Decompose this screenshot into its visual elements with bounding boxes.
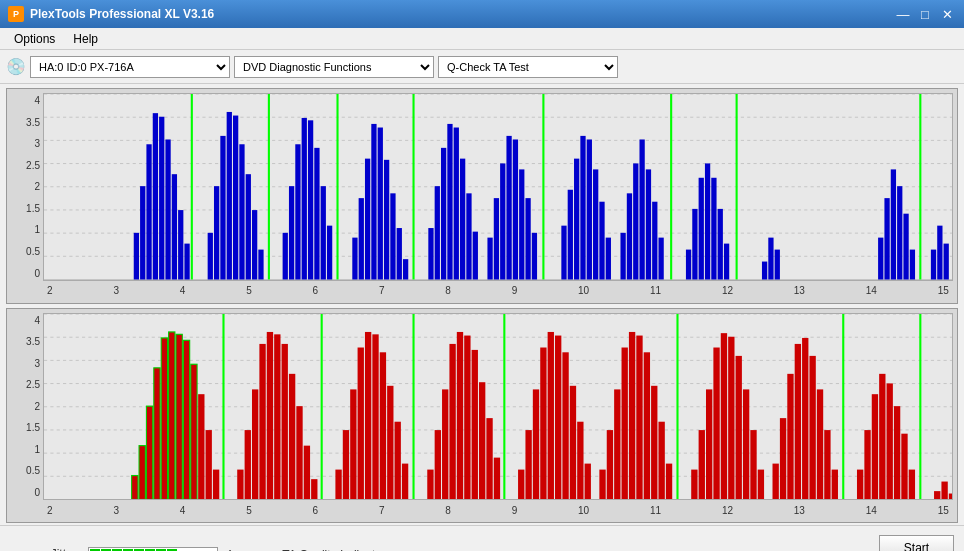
svg-rect-198 bbox=[773, 463, 779, 499]
svg-rect-79 bbox=[658, 238, 663, 280]
svg-rect-90 bbox=[768, 238, 773, 280]
svg-rect-158 bbox=[442, 389, 448, 499]
x-label: 14 bbox=[866, 505, 877, 516]
svg-rect-205 bbox=[824, 430, 830, 499]
minimize-button[interactable]: — bbox=[894, 5, 912, 23]
svg-rect-112 bbox=[139, 445, 145, 499]
x-label: 9 bbox=[512, 285, 518, 296]
svg-rect-85 bbox=[711, 178, 716, 280]
svg-rect-31 bbox=[295, 144, 300, 279]
start-section: Start i bbox=[879, 535, 954, 552]
svg-rect-147 bbox=[350, 389, 356, 499]
menu-bar: Options Help bbox=[0, 28, 964, 50]
svg-rect-78 bbox=[652, 202, 657, 280]
svg-rect-170 bbox=[540, 347, 546, 499]
menu-options[interactable]: Options bbox=[6, 30, 63, 48]
svg-rect-152 bbox=[387, 385, 393, 499]
svg-rect-199 bbox=[780, 418, 786, 499]
app-title: PlexTools Professional XL V3.16 bbox=[30, 7, 214, 21]
svg-rect-213 bbox=[894, 406, 900, 499]
svg-rect-140 bbox=[289, 373, 295, 499]
maximize-button[interactable]: □ bbox=[916, 5, 934, 23]
svg-rect-41 bbox=[371, 124, 376, 280]
menu-help[interactable]: Help bbox=[65, 30, 106, 48]
svg-rect-176 bbox=[585, 463, 591, 499]
svg-rect-30 bbox=[289, 186, 294, 279]
x-label: 4 bbox=[180, 505, 186, 516]
svg-rect-65 bbox=[561, 226, 566, 280]
svg-rect-50 bbox=[441, 148, 446, 280]
svg-rect-148 bbox=[358, 347, 364, 499]
svg-rect-145 bbox=[335, 469, 341, 499]
y-label-05: 0.5 bbox=[26, 246, 40, 257]
svg-rect-81 bbox=[686, 250, 691, 280]
svg-rect-40 bbox=[365, 159, 370, 280]
title-bar: P PlexTools Professional XL V3.16 — □ ✕ bbox=[0, 0, 964, 28]
svg-rect-154 bbox=[402, 463, 408, 499]
start-button[interactable]: Start bbox=[879, 535, 954, 552]
svg-rect-73 bbox=[620, 233, 625, 280]
x-label: 2 bbox=[47, 285, 53, 296]
svg-rect-38 bbox=[352, 238, 357, 280]
svg-rect-100 bbox=[937, 226, 942, 280]
svg-rect-34 bbox=[314, 148, 319, 280]
svg-rect-94 bbox=[891, 169, 896, 279]
svg-rect-45 bbox=[397, 228, 402, 279]
svg-rect-182 bbox=[636, 335, 642, 499]
x-label: 7 bbox=[379, 285, 385, 296]
svg-rect-57 bbox=[494, 198, 499, 279]
x-label: 11 bbox=[650, 505, 661, 516]
svg-rect-39 bbox=[359, 198, 364, 279]
svg-rect-178 bbox=[607, 430, 613, 499]
svg-rect-21 bbox=[220, 136, 225, 280]
svg-rect-189 bbox=[699, 430, 705, 499]
svg-rect-184 bbox=[651, 385, 657, 499]
svg-rect-169 bbox=[533, 389, 539, 499]
x-label: 8 bbox=[445, 285, 451, 296]
x-label: 10 bbox=[578, 505, 589, 516]
svg-rect-115 bbox=[161, 337, 167, 499]
svg-rect-179 bbox=[614, 389, 620, 499]
svg-rect-134 bbox=[245, 430, 251, 499]
svg-rect-201 bbox=[795, 343, 801, 499]
x-label: 4 bbox=[180, 285, 186, 296]
svg-rect-15 bbox=[172, 174, 177, 279]
svg-rect-130 bbox=[206, 430, 212, 499]
svg-rect-59 bbox=[506, 136, 511, 280]
svg-rect-137 bbox=[267, 331, 273, 499]
y-label-4: 4 bbox=[34, 315, 40, 326]
svg-rect-114 bbox=[154, 367, 160, 499]
svg-rect-68 bbox=[580, 136, 585, 280]
svg-rect-185 bbox=[658, 421, 664, 499]
test-dropdown[interactable]: Q-Check TA Test bbox=[438, 56, 618, 78]
svg-rect-99 bbox=[931, 250, 936, 280]
svg-rect-53 bbox=[460, 159, 465, 280]
svg-rect-197 bbox=[758, 469, 764, 499]
y-label-15: 1.5 bbox=[26, 203, 40, 214]
svg-rect-195 bbox=[743, 389, 749, 499]
device-dropdown[interactable]: HA:0 ID:0 PX-716A bbox=[30, 56, 230, 78]
title-bar-left: P PlexTools Professional XL V3.16 bbox=[8, 6, 214, 22]
metrics-section: Jitter: 4 Peak Shift: bbox=[10, 547, 232, 552]
svg-rect-63 bbox=[532, 233, 537, 280]
svg-rect-142 bbox=[304, 445, 310, 499]
y-label-05: 0.5 bbox=[26, 465, 40, 476]
close-button[interactable]: ✕ bbox=[938, 5, 956, 23]
svg-rect-70 bbox=[593, 169, 598, 279]
ta-quality-section: TA Quality Indicator: Very Good bbox=[282, 548, 389, 552]
y-label-35: 3.5 bbox=[26, 336, 40, 347]
x-label: 5 bbox=[246, 285, 252, 296]
y-label-25: 2.5 bbox=[26, 379, 40, 390]
bottom-chart-svg bbox=[44, 314, 952, 500]
x-label: 12 bbox=[722, 285, 733, 296]
top-chart-x-axis: 2 3 4 5 6 7 8 9 10 11 12 13 14 15 bbox=[43, 281, 953, 301]
y-label-3: 3 bbox=[34, 138, 40, 149]
svg-rect-71 bbox=[599, 202, 604, 280]
svg-rect-191 bbox=[713, 347, 719, 499]
svg-rect-117 bbox=[176, 334, 182, 499]
svg-rect-27 bbox=[258, 250, 263, 280]
jitter-label: Jitter: bbox=[10, 547, 80, 552]
function-dropdown[interactable]: DVD Diagnostic Functions bbox=[234, 56, 434, 78]
svg-rect-131 bbox=[213, 469, 219, 499]
x-label: 9 bbox=[512, 505, 518, 516]
